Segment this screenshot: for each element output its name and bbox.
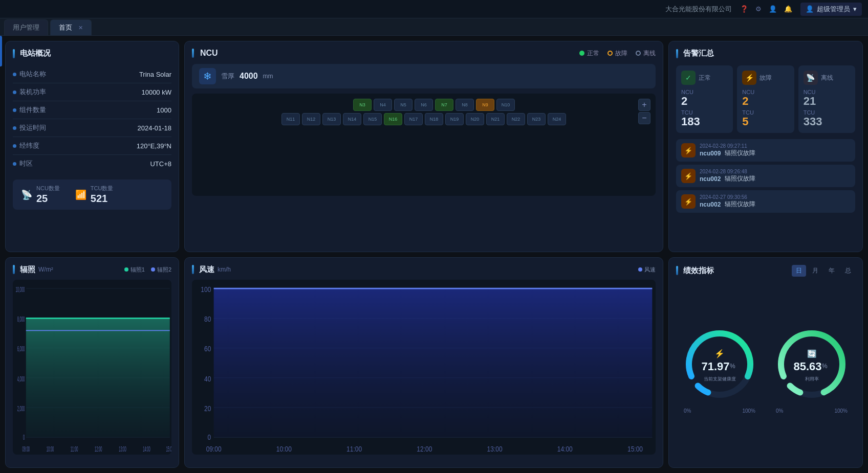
svg-text:2,000: 2,000	[17, 403, 25, 412]
svg-text:09:00: 09:00	[23, 444, 30, 453]
ncu-cell-n5[interactable]: N5	[394, 99, 413, 111]
bell-icon[interactable]: 🔔	[784, 5, 792, 13]
svg-text:85.63: 85.63	[793, 360, 821, 373]
info-row-components: 组件数量 1000	[13, 101, 171, 119]
tabbar: 用户管理 首页 ✕	[0, 18, 868, 36]
zoom-in-button[interactable]: +	[638, 99, 650, 111]
normal-dot	[579, 51, 584, 56]
station-title: 电站概况	[13, 49, 171, 58]
station-overview-card: 电站概况 电站名称 Trina Solar 装机功率 10000 kW	[5, 41, 179, 252]
info-row-power: 装机功率 10000 kW	[13, 83, 171, 101]
svg-text:20: 20	[204, 404, 211, 413]
wind-legend: 风速	[638, 266, 656, 274]
svg-text:12:00: 12:00	[95, 444, 102, 453]
ncu-cell-n13[interactable]: N13	[322, 113, 341, 125]
perf-tab-month[interactable]: 月	[808, 265, 822, 277]
svg-text:100: 100	[201, 285, 211, 294]
alert-item-2[interactable]: ⚡ 2024-02-28 09:26:48 ncu002 辐照仪故障	[676, 165, 855, 187]
ncu-cell-n15[interactable]: N15	[363, 113, 382, 125]
wind-svg: 100 80 60 40 20 0	[192, 280, 656, 455]
perf-tab-total[interactable]: 总	[841, 265, 855, 277]
company-name: 大合光能股份有限公司	[665, 5, 732, 14]
legend-wind: 风速	[638, 266, 656, 274]
ncu-cell-n16[interactable]: N16	[384, 113, 402, 125]
user-icon[interactable]: 👤	[769, 5, 777, 13]
ncu-cell-n21[interactable]: N21	[486, 113, 505, 125]
svg-text:12:00: 12:00	[417, 444, 432, 453]
tab-home[interactable]: 首页 ✕	[50, 19, 92, 35]
irradiance-chart-card: 辐照 W/m² 辐照1 辐照2 10,000 8,000 6,000	[5, 257, 179, 468]
alert-item-icon: ⚡	[681, 169, 696, 183]
ncu-cell-n10[interactable]: N10	[496, 99, 515, 111]
irradiance-chart-header: 辐照 W/m² 辐照1 辐照2	[13, 265, 171, 275]
performance-title: 绩效指标	[676, 266, 714, 276]
ncu-cell-n7[interactable]: N7	[435, 99, 453, 111]
ncu-cell-n11[interactable]: N11	[281, 113, 300, 125]
ncu-cell-n19[interactable]: N19	[445, 113, 464, 125]
snow-icon: ❄	[199, 68, 216, 84]
fault-ncu-count: 2	[742, 95, 789, 107]
ncu-cell-n20[interactable]: N20	[466, 113, 484, 125]
perf-tab-year[interactable]: 年	[824, 265, 839, 277]
tcu-label: TCU数量	[91, 185, 114, 192]
alert-status-grid: ✓ 正常 NCU 2 TCU 183 ⚡ 故障 NCU 2 TCU 5	[676, 65, 855, 133]
ncu-cell-n18[interactable]: N18	[425, 113, 443, 125]
svg-text:15:00: 15:00	[627, 444, 643, 453]
user-menu[interactable]: 👤 超级管理员 ▾	[800, 3, 862, 16]
alert-item-3[interactable]: ⚡ 2024-02-27 09:30:56 ncu002 辐照仪故障	[676, 190, 855, 213]
wind-chart-area: 100 80 60 40 20 0	[192, 280, 656, 455]
ncu-cell-n17[interactable]: N17	[404, 113, 423, 125]
ncu-grid-area: + − N3 N4 N5 N6 N7 N8 N9 N10 N11 N12 N13…	[192, 94, 656, 196]
dot-icon	[13, 73, 16, 76]
svg-text:6,000: 6,000	[17, 344, 25, 352]
fault-alert-icon: ⚡	[742, 71, 756, 85]
title-dot	[13, 265, 15, 274]
ncu-cell-n23[interactable]: N23	[527, 113, 546, 125]
ncu-cell-n24[interactable]: N24	[548, 113, 566, 125]
gauge-utilization-labels: 0% 100%	[776, 408, 848, 414]
ncu-row-1: N3 N4 N5 N6 N7 N8 N9 N10	[197, 99, 650, 111]
ncu-cell-n12[interactable]: N12	[302, 113, 320, 125]
title-dot	[192, 265, 194, 274]
zoom-out-button[interactable]: −	[638, 112, 650, 124]
svg-text:60: 60	[204, 345, 211, 353]
help-icon[interactable]: ❓	[740, 5, 748, 13]
topbar-icons: ❓ ⚙ 👤 🔔	[740, 5, 792, 13]
svg-marker-12	[26, 318, 170, 437]
ncu-cell-n8[interactable]: N8	[455, 99, 474, 111]
gauge-utilization-svg: 🔄 85.63 % 利用率	[771, 323, 853, 405]
title-dot	[676, 266, 678, 275]
perf-tab-day[interactable]: 日	[792, 265, 806, 277]
ncu-zoom-buttons: + −	[638, 99, 650, 124]
svg-text:80: 80	[204, 314, 211, 323]
ncu-cell-n4[interactable]: N4	[374, 99, 392, 111]
normal-alert-icon: ✓	[681, 71, 696, 85]
info-row-timezone: 时区 UTC+8	[13, 155, 171, 172]
tcu-icon: 📶	[75, 189, 86, 200]
ncu-cell-n22[interactable]: N22	[507, 113, 525, 125]
gauge-health-svg: ⚡ 71.97 % 当前支架健康度	[679, 323, 761, 405]
svg-text:0: 0	[208, 433, 211, 441]
ncu-cell-n6[interactable]: N6	[415, 99, 433, 111]
ncu-panel-card: NCU 正常 故障 离线 ❄ 雪厚 4000 mm	[184, 41, 663, 252]
station-footer: 📡 NCU数量 25 📶 TCU数量 521	[13, 179, 171, 210]
offline-alert-icon: 📡	[804, 71, 818, 85]
tab-user-management[interactable]: 用户管理	[4, 19, 48, 35]
settings-icon[interactable]: ⚙	[755, 5, 762, 13]
ncu-cell-n3[interactable]: N3	[353, 99, 372, 111]
ncu-cell-n14[interactable]: N14	[343, 113, 361, 125]
alert-fault-card: ⚡ 故障 NCU 2 TCU 5	[737, 65, 794, 133]
ncu-cell-n9[interactable]: N9	[476, 99, 494, 111]
alert-title: 告警汇总	[676, 49, 855, 58]
gauge-health: ⚡ 71.97 % 当前支架健康度 0% 100%	[676, 323, 763, 414]
title-dot	[192, 49, 194, 58]
svg-text:10:00: 10:00	[47, 444, 54, 453]
alert-summary-card: 告警汇总 ✓ 正常 NCU 2 TCU 183 ⚡ 故障 NCU	[668, 41, 863, 252]
alert-item-1[interactable]: ⚡ 2024-02-28 09:27:11 ncu009 辐照仪故障	[676, 139, 855, 162]
tab-close-icon[interactable]: ✕	[78, 25, 83, 31]
svg-text:40: 40	[204, 374, 211, 383]
tcu-stat: 📶 TCU数量 521	[75, 185, 114, 205]
svg-text:11:00: 11:00	[71, 444, 78, 453]
main-content: 电站概况 电站名称 Trina Solar 装机功率 10000 kW	[0, 36, 868, 473]
gauge-health-labels: 0% 100%	[684, 408, 755, 414]
